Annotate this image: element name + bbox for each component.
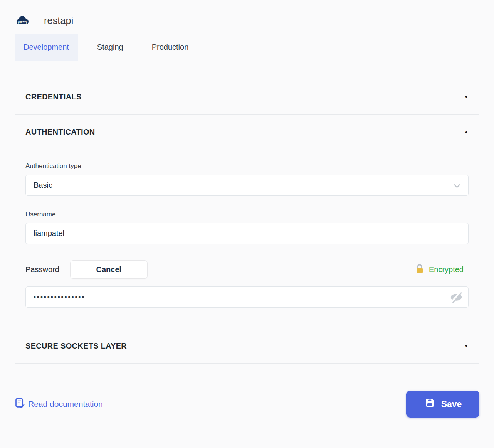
chevron-down-icon[interactable]: ▼ [464, 94, 469, 99]
save-button[interactable]: Save [406, 391, 479, 418]
auth-type-field: Authentication type Basic [25, 162, 469, 196]
encrypted-label: Encrypted [429, 265, 464, 274]
chevron-up-icon[interactable]: ▲ [464, 130, 469, 134]
auth-type-select[interactable]: Basic [25, 175, 469, 196]
environment-tab-bar: Development Staging Production [0, 34, 494, 61]
logo-label: {REST} [18, 21, 27, 24]
footer: Read documentation Save [15, 391, 479, 418]
password-input[interactable] [25, 286, 469, 308]
username-label: Username [25, 211, 469, 218]
section-header-ssl[interactable]: SECURE SOCKETS LAYER ▼ [15, 328, 479, 363]
rest-logo-icon: {REST} [15, 15, 29, 26]
password-label: Password [25, 265, 59, 274]
read-documentation-link[interactable]: Read documentation [15, 397, 103, 411]
page-title: restapi [44, 15, 73, 26]
username-input[interactable] [25, 223, 469, 244]
save-icon [424, 397, 435, 411]
tab-production[interactable]: Production [143, 34, 198, 61]
divider [15, 363, 479, 364]
ssl-title: SECURE SOCKETS LAYER [25, 342, 127, 350]
read-documentation-label: Read documentation [28, 399, 103, 409]
chevron-down-icon[interactable]: ▼ [464, 344, 469, 348]
section-header-credentials[interactable]: CREDENTIALS ▼ [15, 79, 479, 114]
chevron-down-icon [452, 181, 462, 193]
auth-type-value: Basic [34, 181, 52, 190]
save-label: Save [441, 399, 462, 409]
cancel-button[interactable]: Cancel [70, 260, 148, 279]
credentials-title: CREDENTIALS [25, 93, 82, 101]
section-header-authentication[interactable]: AUTHENTICATION ▲ [15, 115, 479, 149]
eye-slash-icon[interactable] [449, 290, 464, 304]
tab-development[interactable]: Development [15, 34, 78, 61]
authentication-body: Authentication type Basic Username Passw… [15, 162, 479, 328]
app-header: {REST} restapi [0, 0, 494, 26]
main-content: CREDENTIALS ▼ AUTHENTICATION ▲ Authentic… [15, 79, 479, 364]
auth-type-label: Authentication type [25, 162, 469, 170]
authentication-title: AUTHENTICATION [25, 128, 95, 136]
username-field: Username [25, 211, 469, 244]
documentation-icon [15, 397, 25, 411]
encrypted-badge: Encrypted [415, 264, 464, 275]
password-row: Password Cancel Encrypted [25, 260, 469, 279]
lock-icon [415, 264, 424, 275]
password-field [25, 286, 469, 308]
tab-staging[interactable]: Staging [88, 34, 133, 61]
